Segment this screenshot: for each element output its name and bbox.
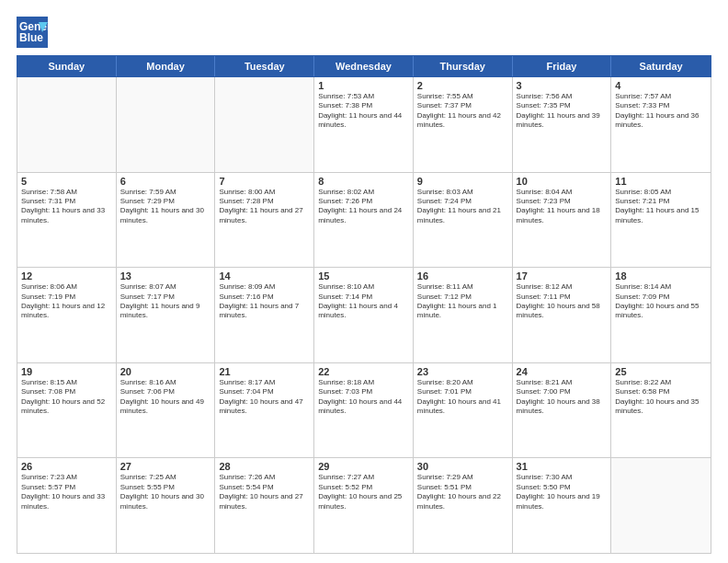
- day-number: 28: [219, 461, 310, 472]
- calendar-cell: 17Sunrise: 8:12 AM Sunset: 7:11 PM Dayli…: [513, 268, 612, 362]
- weekday-label: Friday: [513, 56, 612, 76]
- day-info: Sunrise: 8:02 AM Sunset: 7:26 PM Dayligh…: [318, 188, 409, 226]
- day-info: Sunrise: 8:03 AM Sunset: 7:24 PM Dayligh…: [417, 188, 508, 226]
- calendar-cell: 8Sunrise: 8:02 AM Sunset: 7:26 PM Daylig…: [314, 173, 414, 268]
- calendar-cell: [17, 77, 117, 172]
- day-number: 7: [219, 176, 310, 187]
- calendar-cell: 19Sunrise: 8:15 AM Sunset: 7:08 PM Dayli…: [17, 363, 117, 458]
- day-info: Sunrise: 8:07 AM Sunset: 7:17 PM Dayligh…: [120, 282, 211, 321]
- day-info: Sunrise: 7:59 AM Sunset: 7:29 PM Dayligh…: [120, 188, 211, 226]
- calendar-row: 5Sunrise: 7:58 AM Sunset: 7:31 PM Daylig…: [17, 173, 711, 269]
- weekday-label: Saturday: [611, 56, 711, 76]
- day-info: Sunrise: 8:11 AM Sunset: 7:12 PM Dayligh…: [417, 282, 508, 321]
- day-number: 17: [517, 270, 608, 282]
- day-info: Sunrise: 7:30 AM Sunset: 5:50 PM Dayligh…: [517, 473, 608, 511]
- calendar-cell: 9Sunrise: 8:03 AM Sunset: 7:24 PM Daylig…: [414, 173, 513, 268]
- day-number: 4: [615, 80, 707, 91]
- day-number: 23: [417, 366, 508, 377]
- logo-icon: GeneralBlue: [17, 17, 48, 48]
- calendar-cell: 21Sunrise: 8:17 AM Sunset: 7:04 PM Dayli…: [215, 363, 314, 458]
- calendar-cell: 30Sunrise: 7:29 AM Sunset: 5:51 PM Dayli…: [414, 458, 513, 553]
- day-info: Sunrise: 8:17 AM Sunset: 7:04 PM Dayligh…: [219, 378, 310, 417]
- calendar-cell: 12Sunrise: 8:06 AM Sunset: 7:19 PM Dayli…: [17, 268, 117, 362]
- calendar-row: 19Sunrise: 8:15 AM Sunset: 7:08 PM Dayli…: [17, 363, 711, 459]
- calendar-body: 1Sunrise: 7:53 AM Sunset: 7:38 PM Daylig…: [17, 77, 711, 554]
- calendar-row: 12Sunrise: 8:06 AM Sunset: 7:19 PM Dayli…: [17, 268, 711, 363]
- day-number: 8: [318, 176, 409, 187]
- day-number: 18: [615, 270, 707, 282]
- day-info: Sunrise: 8:04 AM Sunset: 7:23 PM Dayligh…: [517, 188, 608, 226]
- day-info: Sunrise: 7:23 AM Sunset: 5:57 PM Dayligh…: [21, 473, 112, 511]
- day-number: 19: [21, 366, 112, 377]
- calendar-cell: 4Sunrise: 7:57 AM Sunset: 7:33 PM Daylig…: [611, 77, 711, 172]
- calendar-cell: 20Sunrise: 8:16 AM Sunset: 7:06 PM Dayli…: [117, 363, 216, 458]
- calendar: SundayMondayTuesdayWednesdayThursdayFrid…: [17, 55, 711, 554]
- day-info: Sunrise: 7:25 AM Sunset: 5:55 PM Dayligh…: [120, 473, 211, 511]
- day-number: 1: [318, 80, 409, 91]
- day-info: Sunrise: 7:55 AM Sunset: 7:37 PM Dayligh…: [417, 92, 508, 131]
- day-number: 3: [517, 80, 608, 91]
- day-info: Sunrise: 8:16 AM Sunset: 7:06 PM Dayligh…: [120, 378, 211, 417]
- calendar-cell: 1Sunrise: 7:53 AM Sunset: 7:38 PM Daylig…: [314, 77, 414, 172]
- day-info: Sunrise: 8:05 AM Sunset: 7:21 PM Dayligh…: [615, 188, 707, 226]
- day-info: Sunrise: 8:20 AM Sunset: 7:01 PM Dayligh…: [417, 378, 508, 417]
- weekday-label: Monday: [117, 56, 216, 76]
- day-info: Sunrise: 7:29 AM Sunset: 5:51 PM Dayligh…: [417, 473, 508, 511]
- day-number: 20: [120, 366, 211, 377]
- day-number: 15: [318, 270, 409, 282]
- day-number: 30: [417, 461, 508, 472]
- day-info: Sunrise: 7:56 AM Sunset: 7:35 PM Dayligh…: [517, 92, 608, 131]
- day-number: 16: [417, 270, 508, 282]
- calendar-row: 1Sunrise: 7:53 AM Sunset: 7:38 PM Daylig…: [17, 77, 711, 173]
- day-number: 22: [318, 366, 409, 377]
- day-info: Sunrise: 8:06 AM Sunset: 7:19 PM Dayligh…: [21, 282, 112, 321]
- day-info: Sunrise: 7:27 AM Sunset: 5:52 PM Dayligh…: [318, 473, 409, 511]
- calendar-cell: 13Sunrise: 8:07 AM Sunset: 7:17 PM Dayli…: [117, 268, 216, 362]
- calendar-cell: 29Sunrise: 7:27 AM Sunset: 5:52 PM Dayli…: [314, 458, 414, 553]
- day-number: 31: [517, 461, 608, 472]
- calendar-cell: 28Sunrise: 7:26 AM Sunset: 5:54 PM Dayli…: [215, 458, 314, 553]
- calendar-cell: 11Sunrise: 8:05 AM Sunset: 7:21 PM Dayli…: [611, 173, 711, 268]
- day-number: 29: [318, 461, 409, 472]
- weekday-label: Wednesday: [314, 56, 414, 76]
- day-info: Sunrise: 8:10 AM Sunset: 7:14 PM Dayligh…: [318, 282, 409, 321]
- day-number: 5: [21, 176, 112, 187]
- day-info: Sunrise: 8:21 AM Sunset: 7:00 PM Dayligh…: [517, 378, 608, 417]
- calendar-cell: 22Sunrise: 8:18 AM Sunset: 7:03 PM Dayli…: [314, 363, 414, 458]
- day-number: 27: [120, 461, 211, 472]
- calendar-cell: 3Sunrise: 7:56 AM Sunset: 7:35 PM Daylig…: [513, 77, 612, 172]
- calendar-cell: 31Sunrise: 7:30 AM Sunset: 5:50 PM Dayli…: [513, 458, 612, 553]
- day-number: 12: [21, 270, 112, 282]
- calendar-cell: 27Sunrise: 7:25 AM Sunset: 5:55 PM Dayli…: [117, 458, 216, 553]
- calendar-cell: 26Sunrise: 7:23 AM Sunset: 5:57 PM Dayli…: [17, 458, 117, 553]
- day-number: 24: [517, 366, 608, 377]
- calendar-cell: 6Sunrise: 7:59 AM Sunset: 7:29 PM Daylig…: [117, 173, 216, 268]
- day-info: Sunrise: 7:57 AM Sunset: 7:33 PM Dayligh…: [615, 92, 707, 131]
- svg-text:Blue: Blue: [19, 31, 43, 44]
- day-info: Sunrise: 8:15 AM Sunset: 7:08 PM Dayligh…: [21, 378, 112, 417]
- calendar-cell: 23Sunrise: 8:20 AM Sunset: 7:01 PM Dayli…: [414, 363, 513, 458]
- day-number: 14: [219, 270, 310, 282]
- day-info: Sunrise: 8:18 AM Sunset: 7:03 PM Dayligh…: [318, 378, 409, 417]
- day-number: 10: [517, 176, 608, 187]
- calendar-cell: 5Sunrise: 7:58 AM Sunset: 7:31 PM Daylig…: [17, 173, 117, 268]
- calendar-cell: 25Sunrise: 8:22 AM Sunset: 6:58 PM Dayli…: [611, 363, 711, 458]
- day-info: Sunrise: 7:58 AM Sunset: 7:31 PM Dayligh…: [21, 188, 112, 226]
- calendar-cell: 7Sunrise: 8:00 AM Sunset: 7:28 PM Daylig…: [215, 173, 314, 268]
- header: GeneralBlue: [17, 17, 711, 48]
- page: GeneralBlue SundayMondayTuesdayWednesday…: [0, 0, 728, 563]
- day-number: 11: [615, 176, 707, 187]
- day-info: Sunrise: 7:26 AM Sunset: 5:54 PM Dayligh…: [219, 473, 310, 511]
- calendar-cell: 14Sunrise: 8:09 AM Sunset: 7:16 PM Dayli…: [215, 268, 314, 362]
- calendar-row: 26Sunrise: 7:23 AM Sunset: 5:57 PM Dayli…: [17, 458, 711, 553]
- day-info: Sunrise: 8:14 AM Sunset: 7:09 PM Dayligh…: [615, 282, 707, 321]
- day-number: 2: [417, 80, 508, 91]
- calendar-cell: [611, 458, 711, 553]
- calendar-cell: 18Sunrise: 8:14 AM Sunset: 7:09 PM Dayli…: [611, 268, 711, 362]
- weekday-label: Thursday: [414, 56, 513, 76]
- calendar-cell: 24Sunrise: 8:21 AM Sunset: 7:00 PM Dayli…: [513, 363, 612, 458]
- logo: GeneralBlue: [17, 17, 48, 48]
- weekday-label: Sunday: [17, 56, 117, 76]
- day-info: Sunrise: 8:09 AM Sunset: 7:16 PM Dayligh…: [219, 282, 310, 321]
- calendar-cell: 2Sunrise: 7:55 AM Sunset: 7:37 PM Daylig…: [414, 77, 513, 172]
